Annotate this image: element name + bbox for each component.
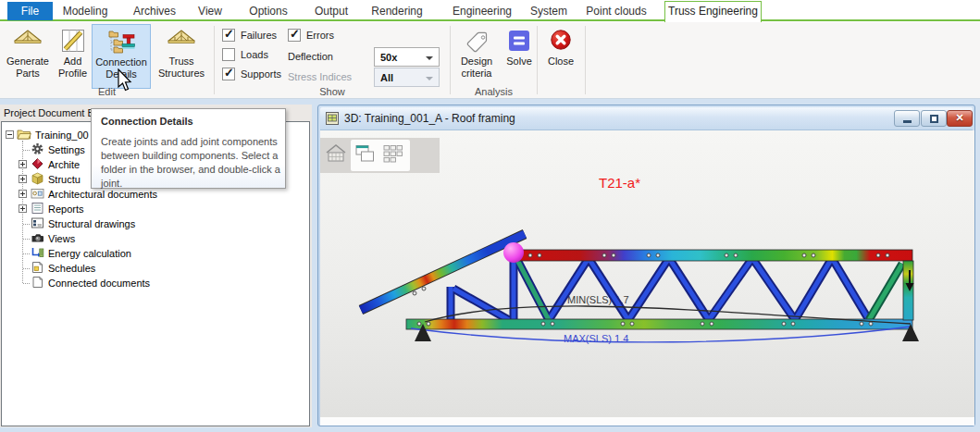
checkmark-icon: ✓: [224, 28, 234, 41]
button-label: Design criteria: [453, 56, 501, 80]
menu-point-clouds[interactable]: Point clouds: [581, 2, 651, 20]
ribbon-group-close: Close: [538, 22, 585, 98]
expand-box[interactable]: [19, 175, 27, 183]
red-model-icon: [31, 157, 44, 170]
group-label-edit: Edit: [0, 86, 214, 97]
truss-top-chord: [512, 250, 912, 261]
tree-item-views[interactable]: Views: [2, 231, 307, 246]
3d-viewport[interactable]: MIN(SLS) 1.7: [320, 130, 974, 417]
menu-view[interactable]: View: [187, 2, 233, 20]
tooltip-body: Create joints and add joint components b…: [101, 135, 280, 191]
truss-render-canvas[interactable]: MIN(SLS) 1.7: [320, 130, 974, 417]
failures-label: Failures: [241, 29, 277, 42]
deflection-dropdown[interactable]: 50x: [374, 47, 440, 67]
errors-checkbox[interactable]: ✓: [288, 29, 301, 42]
ribbon: Generate Parts Add Profile: [0, 22, 980, 99]
menubar: File Modeling Archives View Options Outp…: [0, 0, 980, 22]
supports-checkbox[interactable]: ✓: [222, 68, 235, 80]
tree-item-label: Settings: [48, 144, 85, 155]
restore-icon: [930, 115, 938, 123]
generate-parts-button[interactable]: Generate Parts: [2, 24, 54, 89]
tree-item-reports[interactable]: Reports: [2, 202, 307, 216]
minimize-icon: [903, 120, 912, 123]
menu-output[interactable]: Output: [304, 2, 359, 20]
folder-open-icon: [17, 128, 31, 141]
failures-checkbox[interactable]: ✓: [222, 29, 235, 42]
yellow-model-icon: [31, 172, 44, 185]
tree-item-label: Schedules: [48, 263, 95, 274]
tree-item-energy-calculation[interactable]: Energy calculation: [2, 246, 307, 261]
button-label: Generate Parts: [2, 56, 54, 80]
energy-icon: [31, 246, 44, 259]
button-label: Truss Structures: [151, 56, 212, 80]
tree-item-label: Training_00: [35, 130, 89, 141]
deflection-label: Deflection: [288, 50, 333, 63]
ribbon-group-analysis: Design criteria Solve Analysis: [451, 22, 537, 98]
restore-button[interactable]: [921, 110, 947, 127]
collapse-box[interactable]: [6, 130, 14, 139]
tree-item-structural-drawings[interactable]: Structural drawings: [2, 216, 307, 231]
menu-file[interactable]: File: [7, 2, 53, 20]
camera-icon: [31, 231, 44, 244]
truss-sloped-chord: [361, 234, 525, 310]
group-label-show: Show: [215, 86, 450, 97]
checkmark-icon: ✓: [290, 28, 300, 41]
truss-end-post: [903, 261, 913, 320]
expand-box[interactable]: [19, 160, 27, 168]
tab-truss-engineering[interactable]: Truss Engineering: [664, 1, 762, 22]
connection-details-tooltip: Connection Details Create joints and add…: [91, 108, 286, 189]
menu-system[interactable]: System: [526, 2, 572, 20]
checkmark-icon: ✓: [224, 67, 234, 80]
tree-item-schedules[interactable]: Schedules: [2, 261, 307, 276]
close-x-icon: ✕: [948, 112, 972, 124]
window-close-button[interactable]: ✕: [947, 110, 973, 127]
mouse-cursor-icon: [117, 68, 133, 93]
truss-gable-icon: [167, 27, 195, 55]
stress-indices-label: Stress Indices: [288, 70, 352, 83]
tree-item-label: Archite: [48, 159, 80, 170]
ribbon-separator: [585, 26, 586, 94]
design-criteria-button[interactable]: Design criteria: [453, 24, 501, 89]
tree-item-label: Structu: [48, 174, 81, 185]
chevron-down-icon: [426, 56, 433, 60]
schedule-icon: [31, 261, 44, 274]
loads-checkbox[interactable]: [222, 48, 235, 61]
tree-item-connected-documents[interactable]: Connected documents: [2, 276, 307, 290]
max-deflection-label: MAX(SLS) 1.4: [564, 333, 628, 344]
deflection-value: 50x: [380, 52, 397, 63]
add-profile-button[interactable]: Add Profile: [54, 24, 92, 89]
document-icon: [31, 276, 44, 289]
solve-button[interactable]: Solve: [502, 24, 536, 89]
menu-modeling[interactable]: Modeling: [57, 2, 113, 20]
button-label: Close: [540, 56, 582, 68]
tree-item-label: Connected documents: [48, 278, 150, 289]
group-label-analysis: Analysis: [451, 86, 537, 97]
expand-box[interactable]: [19, 190, 27, 198]
expand-box[interactable]: [19, 204, 27, 213]
truss-bottom-chord: [406, 319, 912, 329]
structural-drawing-icon: [31, 216, 44, 229]
close-button[interactable]: Close: [540, 24, 582, 89]
menu-archives[interactable]: Archives: [127, 2, 182, 20]
tree-item-label: Energy calculation: [48, 248, 131, 259]
supports-label: Supports: [241, 68, 281, 80]
connection-icon: [107, 28, 135, 56]
gear-icon: [31, 142, 44, 155]
ribbon-group-edit: Generate Parts Add Profile: [0, 22, 214, 98]
tag-icon: [464, 27, 490, 55]
3d-window-titlebar[interactable]: 3D: Training_001_A - Roof framing ✕: [320, 107, 973, 130]
tree-item-label: Views: [48, 233, 75, 244]
chevron-down-icon: [426, 77, 433, 80]
3d-window-footer: [320, 417, 974, 426]
errors-label: Errors: [306, 29, 334, 42]
ribbon-group-show: ✓ Failures Loads ✓ Supports ✓ Errors Def…: [215, 22, 450, 98]
menu-options[interactable]: Options: [241, 2, 296, 20]
menu-engineering[interactable]: Engineering: [450, 2, 515, 20]
truss-gable-icon: [14, 27, 42, 55]
truss-structures-button[interactable]: Truss Structures: [151, 24, 212, 89]
3d-view-window: 3D: Training_001_A - Roof framing ✕: [317, 105, 975, 426]
profile-icon: [59, 27, 87, 55]
selected-joint-sphere[interactable]: [503, 242, 524, 263]
minimize-button[interactable]: [894, 110, 920, 127]
menu-rendering[interactable]: Rendering: [365, 2, 429, 20]
